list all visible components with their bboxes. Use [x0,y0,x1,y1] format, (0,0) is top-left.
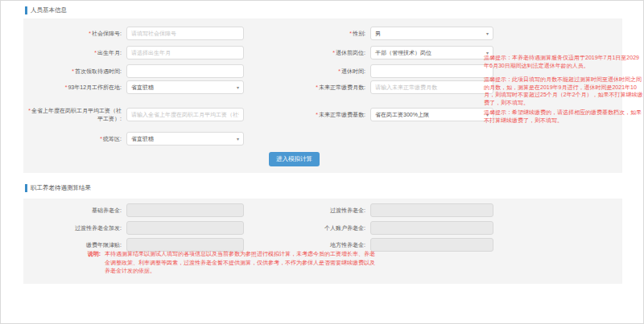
pooling-area-value: 省直驻穗 [131,135,154,143]
basic-pension-output [126,203,244,217]
future-payment-base-label: *未来正常缴费基数: [265,111,365,118]
section-title-basic-info: 人员基本信息 [31,6,67,14]
required-marker: * [349,31,352,36]
basic-pension-label: 基础养老金: [23,207,122,214]
field-birth-month: *出生年月: [23,46,244,59]
pooling-area-select[interactable]: 省直驻穗 ▾ [126,132,244,146]
personal-account-pension-output [370,221,493,235]
required-marker: * [332,50,335,55]
field-pooling-area: *统筹区: 省直驻穗 ▾ [23,132,244,146]
field-workplace-199312: *93年12月工作所在地: 省直驻穗 ▾ [23,80,244,94]
pooling-area-label: *统筹区: [23,135,122,142]
future-payment-months-input[interactable] [370,80,493,94]
transitional-pension-output [370,203,493,217]
chevron-down-icon: ▾ [486,31,489,36]
result-note: 说明: 本待遇测算结果以测试人填写的各项信息以及当前参数为参照进行模拟计算，未考… [23,250,377,276]
field-ssn: *社会保障号: [23,27,244,40]
required-marker: * [316,84,318,90]
basic-info-panel: *社会保障号: *性别: 男 ▾ *出生年月: *退休前岗位: 干部（管理技术）… [23,18,622,173]
gender-label: *性别: [265,30,365,37]
field-retirement-time: *退休时间: [265,64,493,78]
personal-account-pension-label: 个人账户养老金: [265,224,365,232]
workplace-199312-value: 省直驻穗 [131,84,154,92]
field-pre-retirement-post: *退休前岗位: 干部（管理技术）岗位 ▾ [265,46,493,59]
local-pension-output [370,238,493,252]
field-avg-wage: *全省上年度在岗职工月平均工资（社平工资）: [23,108,244,121]
transitional-pension-label: 过渡性养老金: [265,207,365,214]
section-accent-bar [25,6,27,14]
section-title-result: 职工养老待遇测算结果 [31,184,91,192]
transitional-extra-output [126,221,244,235]
enter-simulation-button[interactable]: 进入模拟计算 [269,152,320,166]
required-marker: * [89,31,91,36]
avg-wage-label: *全省上年度在岗职工月平均工资（社平工资）: [23,107,122,121]
future-payment-base-select[interactable]: 省在岗工资300%上限 ▾ [370,108,493,121]
years-allowance-label: 缴费年限津贴: [23,241,122,248]
ssn-label: *社会保障号: [23,30,122,37]
gender-value: 男 [375,30,381,38]
required-marker: * [338,68,341,74]
section-accent-bar [25,184,27,192]
chevron-down-icon: ▾ [237,85,239,90]
hint-service-period: 温馨提示：本养老待遇测算服务仅适用于2019年7月1日至2029年6月30日期间… [484,54,643,69]
pre-retirement-post-select[interactable]: 干部（管理技术）岗位 ▾ [370,46,493,59]
note-label: 说明: [23,250,101,276]
field-future-payment-months: *未来正常缴费月数: [265,80,493,94]
field-transitional-pension: 过渡性养老金: [265,203,493,217]
future-payment-months-label: *未来正常缴费月数: [265,84,365,91]
workplace-199312-select[interactable]: 省直驻穗 ▾ [126,80,244,94]
gender-select[interactable]: 男 ▾ [370,27,493,40]
section-header-basic-info: 人员基本信息 [25,6,67,14]
required-marker: * [28,108,31,113]
future-payment-base-value: 省在岗工资300%上限 [375,111,429,119]
field-gender: *性别: 男 ▾ [265,27,493,40]
required-marker: * [94,50,97,55]
note-text: 本待遇测算结果以测试人填写的各项信息以及当前参数为参照进行模拟计算，未考虑今后的… [105,250,377,276]
transitional-extra-label: 过渡性养老金加发: [23,224,122,232]
first-claim-time-label: *首次领取待遇时间: [23,68,122,75]
required-marker: * [316,112,318,117]
birth-month-input[interactable] [126,46,244,59]
required-marker: * [100,136,102,141]
birth-month-label: *出生年月: [23,49,122,56]
ssn-input[interactable] [126,27,244,40]
pension-calculator-page: 人员基本信息 *社会保障号: *性别: 男 ▾ *出生年月: *退休前岗位: 干… [0,0,644,324]
field-first-claim-time: *首次领取待遇时间: [23,64,244,78]
required-marker: * [72,68,74,74]
field-basic-pension: 基础养老金: [23,203,244,217]
field-transitional-extra: 过渡性养老金加发: [23,221,244,235]
local-pension-label: 地方性养老金: [265,241,365,248]
result-panel: 基础养老金: 过渡性养老金: 过渡性养老金加发: 个人账户养老金: 缴费年限津贴… [23,199,622,284]
pre-retirement-post-value: 干部（管理技术）岗位 [375,49,431,57]
hint-payment-base: 温馨提示：希望继续缴费的，请选择相应的缴费基数档次，如果不打算继续缴费了，则不填… [484,109,643,124]
hint-months-limit: 温馨提示：此项目填写的月数不能超过测算时间至退休时间之间的月数，如，测算是在20… [484,76,643,107]
avg-wage-input[interactable] [126,108,244,121]
workplace-199312-label: *93年12月工作所在地: [23,84,122,91]
field-personal-account-pension: 个人账户养老金: [265,221,493,235]
retirement-time-input[interactable] [370,64,493,78]
chevron-down-icon: ▾ [237,137,239,141]
section-header-result: 职工养老待遇测算结果 [25,184,91,192]
retirement-time-label: *退休时间: [265,68,365,75]
first-claim-time-input[interactable] [126,64,244,78]
pre-retirement-post-label: *退休前岗位: [265,49,365,56]
field-future-payment-base: *未来正常缴费基数: 省在岗工资300%上限 ▾ [265,108,493,121]
